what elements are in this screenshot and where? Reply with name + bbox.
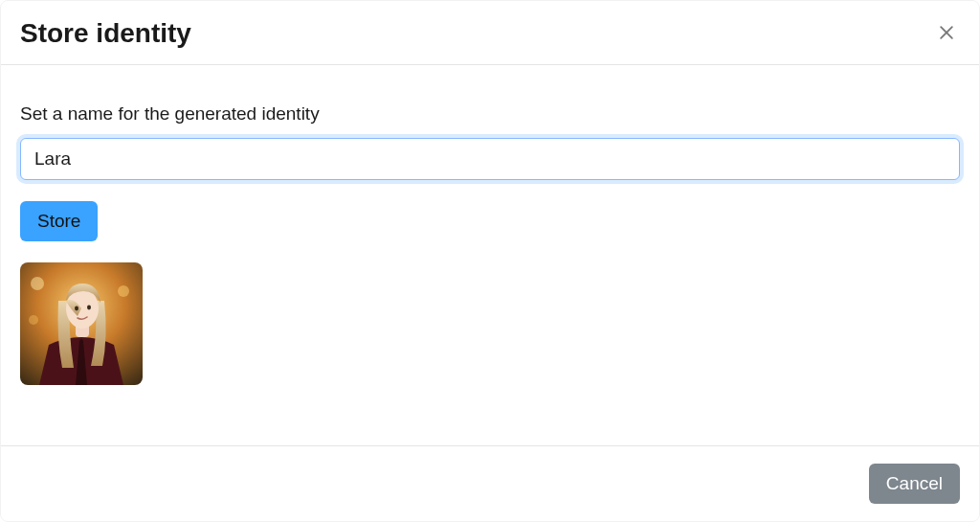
modal-body: Set a name for the generated identity St…: [1, 65, 979, 445]
modal-footer: Cancel: [1, 445, 979, 521]
svg-point-3: [31, 277, 44, 290]
close-icon: [937, 23, 956, 45]
svg-point-4: [118, 285, 129, 297]
identity-name-label: Set a name for the generated identity: [20, 103, 960, 125]
identity-preview-image: [20, 262, 143, 385]
close-button[interactable]: [933, 19, 960, 49]
svg-point-9: [87, 306, 91, 310]
svg-point-8: [75, 306, 78, 311]
modal-header: Store identity: [1, 1, 979, 65]
cancel-button[interactable]: Cancel: [869, 464, 960, 504]
store-button[interactable]: Store: [20, 201, 98, 241]
modal-title: Store identity: [20, 18, 191, 49]
store-identity-modal: Store identity Set a name for the genera…: [0, 0, 980, 522]
identity-name-input[interactable]: [20, 138, 960, 180]
svg-point-5: [29, 315, 38, 325]
